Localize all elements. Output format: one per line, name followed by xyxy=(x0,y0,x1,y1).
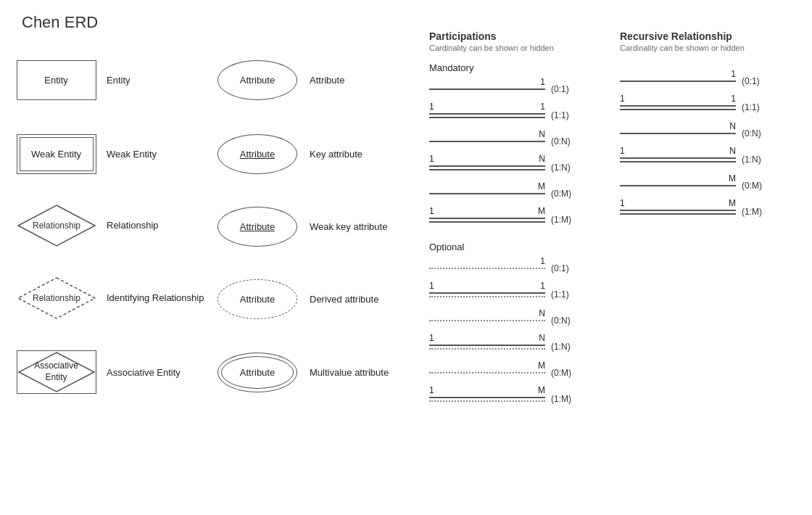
recursive-0M-row: M (0:M) xyxy=(620,177,762,194)
relationship-shape[interactable]: Relationship xyxy=(17,204,96,247)
participations-title: Participations xyxy=(429,30,571,42)
attr-weak-key-shape[interactable]: Attribute xyxy=(218,207,297,247)
attr-multivalue-row: Attribute Multivalue attribute xyxy=(214,347,389,397)
associative-entity-label: Associative Entity xyxy=(107,367,181,378)
recursive-subtitle: Cardinality can be shown or hidden xyxy=(620,44,762,52)
mandatory-1M-row: 1 M (1:M) xyxy=(429,211,571,228)
recursive-section: Recursive Relationship Cardinality can b… xyxy=(620,30,762,229)
optional-11-row: 1 1 (1:1) xyxy=(429,286,571,303)
mandatory-01-row: 1 (0:1) xyxy=(429,81,571,98)
weak-entity-shape-row: Weak Entity Weak Entity xyxy=(14,131,157,178)
attr-derived-shape[interactable]: Attribute xyxy=(218,279,297,319)
attr-weak-key-row: Attribute Weak key attribute xyxy=(214,203,387,250)
mandatory-0N-row: N (0:N) xyxy=(429,133,571,150)
attr-regular-shape[interactable]: Attribute xyxy=(218,60,297,100)
mandatory-0M-row: M (0:M) xyxy=(429,185,571,202)
optional-0N-row: N (0:N) xyxy=(429,312,571,329)
optional-1N-row: 1 N (1:N) xyxy=(429,338,571,355)
entity-label: Entity xyxy=(107,75,130,86)
recursive-1N-row: 1 N (1:N) xyxy=(620,151,762,168)
recursive-title: Recursive Relationship xyxy=(620,30,762,42)
mandatory-1N-row: 1 N (1:N) xyxy=(429,159,571,176)
svg-text:Relationship: Relationship xyxy=(32,221,80,231)
optional-label: Optional xyxy=(429,242,571,252)
mandatory-11-row: 1 1 (1:1) xyxy=(429,107,571,124)
recursive-01-row: 1 (0:1) xyxy=(620,73,762,90)
associative-entity-shape[interactable]: AssociativeEntity xyxy=(17,350,96,394)
relationship-shape-row: Relationship Relationship xyxy=(14,202,159,249)
entity-shape-row: Entity Entity xyxy=(14,58,130,102)
attr-regular-row: Attribute Attribute xyxy=(214,58,344,102)
attr-multivalue-shape[interactable]: Attribute xyxy=(218,353,297,392)
relationship-label: Relationship xyxy=(107,220,159,231)
participations-subtitle: Cardinality can be shown or hidden xyxy=(429,44,571,52)
participations-section: Participations Cardinality can be shown … xyxy=(429,30,571,416)
recursive-1M-row: 1 M (1:M) xyxy=(620,203,762,221)
optional-01-row: 1 (0:1) xyxy=(429,260,571,277)
attr-key-shape[interactable]: Attribute xyxy=(218,134,297,174)
optional-1M-row: 1 M (1:M) xyxy=(429,390,571,408)
entity-shape[interactable]: Entity xyxy=(17,60,96,100)
identifying-relationship-shape[interactable]: Relationship xyxy=(17,276,96,320)
recursive-11-row: 1 1 (1:1) xyxy=(620,99,762,116)
recursive-0N-row: N (0:N) xyxy=(620,125,762,142)
identifying-relationship-shape-row: Relationship Identifying Relationship xyxy=(14,274,204,321)
attr-regular-label: Attribute xyxy=(310,75,344,86)
optional-0M-row: M (0:M) xyxy=(429,364,571,382)
attr-derived-label: Derived attribute xyxy=(310,294,378,305)
attr-key-label: Key attribute xyxy=(310,149,362,160)
attr-derived-row: Attribute Derived attribute xyxy=(214,276,378,323)
weak-entity-shape[interactable]: Weak Entity xyxy=(17,134,96,174)
weak-entity-label: Weak Entity xyxy=(107,149,157,160)
attr-key-row: Attribute Key attribute xyxy=(214,131,362,178)
page-title: Chen ERD xyxy=(22,13,98,32)
mandatory-label: Mandatory xyxy=(429,62,571,73)
identifying-relationship-label: Identifying Relationship xyxy=(107,292,204,303)
attr-weak-key-label: Weak key attribute xyxy=(310,221,387,232)
attr-multivalue-label: Multivalue attribute xyxy=(310,367,389,378)
associative-entity-shape-row: AssociativeEntity Associative Entity xyxy=(14,347,181,397)
svg-text:Relationship: Relationship xyxy=(32,293,80,303)
